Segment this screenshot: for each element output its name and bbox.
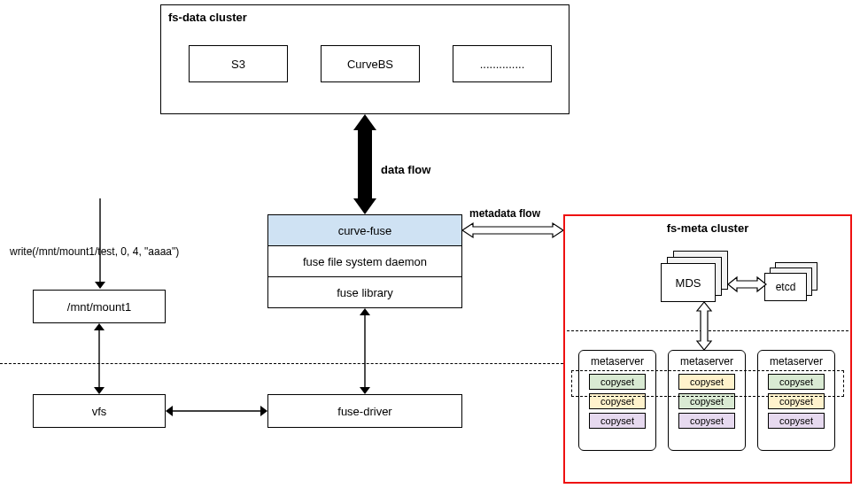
write-call-text: write(/mnt/mount1/test, 0, 4, "aaaa") xyxy=(10,245,179,258)
curve-fuse-box: curve-fuse xyxy=(267,214,462,246)
vfs-box: vfs xyxy=(33,394,166,428)
svg-marker-5 xyxy=(94,387,105,394)
fs-meta-title: fs-meta cluster xyxy=(565,221,850,235)
curve-fuse-label: curve-fuse xyxy=(338,224,392,237)
mountpoint-box: /mnt/mount1 xyxy=(33,290,166,323)
mds-label: MDS xyxy=(676,276,701,290)
vfs-label: vfs xyxy=(92,405,107,418)
copyset: copyset xyxy=(589,413,646,429)
etcd-label: etcd xyxy=(776,281,796,293)
svg-marker-6 xyxy=(360,308,370,315)
fs-data-item-label: S3 xyxy=(231,58,245,71)
svg-marker-2 xyxy=(95,282,105,289)
fs-data-item-label: .............. xyxy=(480,58,525,71)
fs-data-item-label: CurveBS xyxy=(347,58,393,71)
metadata-flow-label: metadata flow xyxy=(469,207,540,220)
fs-data-item-etc: .............. xyxy=(453,45,552,82)
fs-data-title: fs-data cluster xyxy=(168,11,247,24)
fs-data-item-s3: S3 xyxy=(189,45,288,82)
copyset-group-dashed xyxy=(571,370,844,397)
mount-vfs-arrow xyxy=(94,323,105,394)
fuse-driver-label: fuse-driver xyxy=(337,405,391,418)
write-arrow xyxy=(95,198,105,289)
copyset: copyset xyxy=(678,413,735,429)
metaserver-title: metaserver xyxy=(669,351,745,370)
data-flow-arrow xyxy=(353,114,376,214)
data-flow-label: data flow xyxy=(381,163,430,176)
fuse-library-box: fuse library xyxy=(267,276,462,308)
mountpoint-label: /mnt/mount1 xyxy=(67,300,131,314)
fs-data-item-curvebs: CurveBS xyxy=(321,45,420,82)
vfs-driver-arrow xyxy=(166,406,267,416)
metaserver-title: metaserver xyxy=(758,351,834,370)
fuse-daemon-box: fuse file system daemon xyxy=(267,245,462,277)
svg-marker-3 xyxy=(94,323,105,330)
etcd-box: etcd xyxy=(764,273,807,301)
fuselib-driver-arrow xyxy=(360,308,370,394)
metadata-flow-arrow xyxy=(462,222,563,238)
fuse-daemon-label: fuse file system daemon xyxy=(303,255,427,268)
fuse-library-label: fuse library xyxy=(337,286,393,299)
metaserver-box: metaserver copyset copyset copyset xyxy=(668,350,746,451)
metaserver-title: metaserver xyxy=(579,351,655,370)
fsmeta-divider xyxy=(567,330,848,331)
copyset: copyset xyxy=(768,413,825,429)
svg-marker-12 xyxy=(462,223,563,237)
metaserver-box: metaserver copyset copyset copyset xyxy=(757,350,835,451)
svg-marker-0 xyxy=(353,114,376,214)
svg-marker-8 xyxy=(360,387,370,394)
svg-marker-9 xyxy=(166,406,173,416)
kernel-boundary-line xyxy=(0,363,563,364)
mds-box: MDS xyxy=(661,263,716,302)
fuse-driver-box: fuse-driver xyxy=(267,394,462,428)
svg-marker-11 xyxy=(260,406,267,416)
metaserver-box: metaserver copyset copyset copyset xyxy=(578,350,656,451)
